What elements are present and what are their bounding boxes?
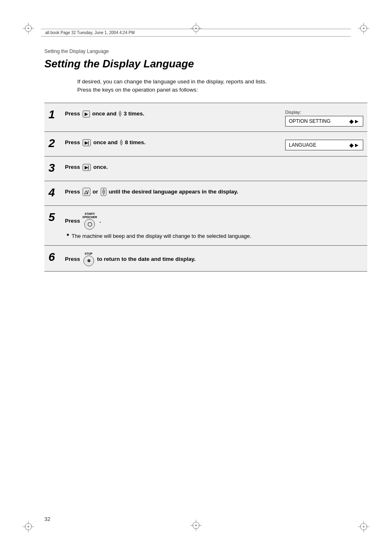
breadcrumb: Setting the Display Language: [44, 48, 109, 54]
svg-point-35: [195, 28, 197, 29]
step-3-instruction: Press ▶| once.: [65, 163, 367, 171]
step-1-content: Press ▶ once and △ ▽ 3 times. Display: O…: [65, 108, 367, 127]
step-3: 3 Press ▶| once.: [44, 157, 367, 181]
button-record-icon: ▶: [83, 111, 90, 117]
step-4-content: Press △/ or △ ▽ until the desired langua…: [65, 186, 367, 196]
step-5-instruction: Press START/SPEICHER ◯ . • The machine w…: [65, 212, 367, 240]
step-1-instruction: Press ▶ once and △ ▽ 3 times.: [65, 110, 285, 118]
svg-point-23: [363, 526, 364, 527]
step-3-content: Press ▶| once.: [65, 161, 367, 171]
svg-point-5: [28, 28, 29, 29]
step-1-display-box: OPTION SETTING ◆►: [285, 116, 363, 127]
step-1-display: Display: OPTION SETTING ◆►: [285, 110, 367, 127]
corner-mark-tl: [23, 23, 34, 34]
button-skip-icon: ▶|: [83, 139, 91, 146]
step-6: 6 Press STOP ⊗ to return to the date and…: [44, 246, 367, 272]
svg-point-17: [28, 526, 29, 527]
step-4-number: 4: [44, 186, 65, 198]
start-speicher-button: START/SPEICHER ◯: [83, 212, 97, 230]
button-skip2-icon: ▶|: [83, 164, 91, 171]
step-2-display-text: LANGUAGE: [289, 142, 316, 148]
steps-container: 1 Press ▶ once and △ ▽ 3 times. Display:…: [44, 103, 367, 272]
start-speicher-label: START/SPEICHER: [83, 212, 97, 219]
stop-label: STOP: [85, 252, 92, 256]
step-6-instruction: Press STOP ⊗ to return to the date and t…: [65, 252, 367, 266]
step-2-display-arrow: ◆►: [349, 142, 360, 148]
stop-button: STOP ⊗: [83, 252, 95, 266]
start-speicher-circle: ◯: [84, 219, 95, 230]
intro-line2: Press the keys on the operation panel as…: [77, 87, 198, 93]
step-6-number: 6: [44, 251, 65, 263]
step-2-number: 2: [44, 137, 65, 149]
main-content: Setting the Display Language If desired,…: [44, 58, 367, 272]
step-5: 5 Press START/SPEICHER ◯ . • The machine…: [44, 206, 367, 246]
corner-mark-br: [358, 521, 369, 532]
step-4: 4 Press △/ or △ ▽ until the desired lang…: [44, 181, 367, 206]
svg-point-11: [363, 28, 364, 29]
step-6-content: Press STOP ⊗ to return to the date and t…: [65, 251, 367, 266]
step-1: 1 Press ▶ once and △ ▽ 3 times. Display:…: [44, 103, 367, 132]
svg-point-29: [195, 525, 197, 526]
step-2-content: Press ▶| once and △ ▽ 8 times. LANGUAGE …: [65, 137, 367, 150]
step-5-main-text: Press START/SPEICHER ◯ .: [65, 212, 363, 230]
step-2-display-box: LANGUAGE ◆►: [285, 140, 363, 150]
corner-mark-top-center: [190, 23, 202, 35]
step-5-content: Press START/SPEICHER ◯ . • The machine w…: [65, 211, 367, 240]
corner-mark-bottom-center: [190, 520, 202, 532]
file-header-text: all.book Page 32 Tuesday, June 1, 2004 4…: [45, 30, 135, 35]
step-2-display: LANGUAGE ◆►: [285, 138, 367, 150]
step-4-instruction: Press △/ or △ ▽ until the desired langua…: [65, 188, 367, 196]
intro-line1: If desired, you can change the language …: [77, 78, 267, 85]
corner-mark-bl: [23, 521, 34, 532]
page-title: Setting the Display Language: [44, 58, 367, 70]
bullet-dot: •: [67, 231, 69, 239]
page-number: 32: [44, 516, 50, 522]
step-3-number: 3: [44, 161, 65, 174]
intro-text: If desired, you can change the language …: [77, 78, 367, 94]
step-1-number: 1: [44, 108, 65, 120]
step-2: 2 Press ▶| once and △ ▽ 8 times. LANGUAG…: [44, 132, 367, 157]
step-5-bullet-text: The machine will beep and the display wi…: [71, 232, 251, 240]
corner-mark-tr: [358, 23, 369, 34]
step-2-instruction: Press ▶| once and △ ▽ 8 times.: [65, 138, 285, 147]
step-5-number: 5: [44, 211, 65, 223]
step-5-bullet: • The machine will beep and the display …: [65, 232, 363, 240]
step-1-display-label: Display:: [285, 110, 363, 115]
stop-circle: ⊗: [83, 256, 94, 266]
step-1-display-text: OPTION SETTING: [289, 118, 330, 124]
step-1-display-arrow: ◆►: [349, 118, 360, 124]
